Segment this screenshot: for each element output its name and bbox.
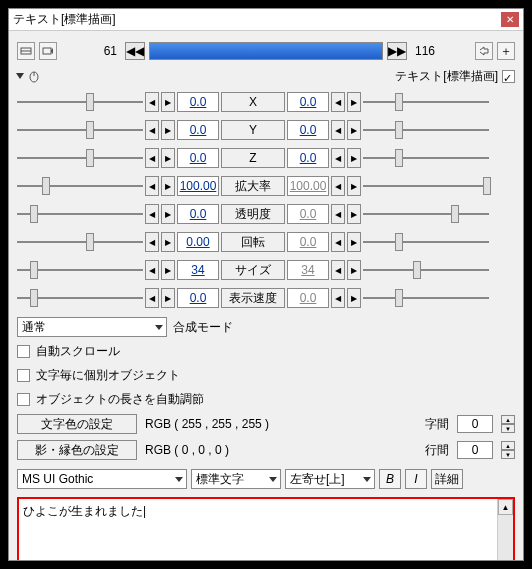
param-label-rot[interactable]: 回転: [221, 232, 285, 252]
slider-right-speed[interactable]: [363, 287, 489, 309]
dec-left-scale[interactable]: ◀: [145, 176, 159, 196]
inc-left-alpha[interactable]: ▶: [161, 204, 175, 224]
value-right-size[interactable]: 34: [287, 260, 329, 280]
dec-left-size[interactable]: ◀: [145, 260, 159, 280]
param-label-size[interactable]: サイズ: [221, 260, 285, 280]
text-color-button[interactable]: 文字色の設定: [17, 414, 137, 434]
slider-right-x[interactable]: [363, 91, 489, 113]
dec-right-alpha[interactable]: ◀: [331, 204, 345, 224]
timeline-slider[interactable]: [149, 42, 383, 60]
italic-button[interactable]: I: [405, 469, 427, 489]
perchar-checkbox[interactable]: [17, 369, 30, 382]
autolen-checkbox[interactable]: [17, 393, 30, 406]
inc-right-rot[interactable]: ▶: [347, 232, 361, 252]
slider-right-y[interactable]: [363, 119, 489, 141]
inc-left-y[interactable]: ▶: [161, 120, 175, 140]
value-right-y[interactable]: 0.0: [287, 120, 329, 140]
value-left-scale[interactable]: 100.00: [177, 176, 219, 196]
scrollbar[interactable]: ▲ ▼: [497, 499, 513, 560]
next-frame-icon[interactable]: ▶▶: [387, 42, 407, 60]
dec-right-y[interactable]: ◀: [331, 120, 345, 140]
dec-right-rot[interactable]: ◀: [331, 232, 345, 252]
value-left-alpha[interactable]: 0.0: [177, 204, 219, 224]
autoscroll-checkbox[interactable]: [17, 345, 30, 358]
value-right-alpha[interactable]: 0.0: [287, 204, 329, 224]
frame-end[interactable]: 116: [411, 44, 471, 58]
camera-icon[interactable]: [39, 42, 57, 60]
text-align-dropdown[interactable]: 左寄せ[上]: [285, 469, 375, 489]
slider-left-z[interactable]: [17, 147, 143, 169]
dec-right-size[interactable]: ◀: [331, 260, 345, 280]
slider-left-alpha[interactable]: [17, 203, 143, 225]
inc-right-alpha[interactable]: ▶: [347, 204, 361, 224]
font-weight-dropdown[interactable]: 標準文字: [191, 469, 281, 489]
value-right-x[interactable]: 0.0: [287, 92, 329, 112]
sync-icon[interactable]: [475, 42, 493, 60]
param-label-speed[interactable]: 表示速度: [221, 288, 285, 308]
value-right-scale[interactable]: 100.00: [287, 176, 329, 196]
bold-button[interactable]: B: [379, 469, 401, 489]
inc-right-x[interactable]: ▶: [347, 92, 361, 112]
value-left-z[interactable]: 0.0: [177, 148, 219, 168]
dec-left-y[interactable]: ◀: [145, 120, 159, 140]
spacing-spinner[interactable]: ▲▼: [501, 415, 515, 433]
slider-right-alpha[interactable]: [363, 203, 489, 225]
inc-left-z[interactable]: ▶: [161, 148, 175, 168]
slider-left-rot[interactable]: [17, 231, 143, 253]
slider-right-size[interactable]: [363, 259, 489, 281]
inc-right-z[interactable]: ▶: [347, 148, 361, 168]
detail-button[interactable]: 詳細: [431, 469, 463, 489]
slider-right-rot[interactable]: [363, 231, 489, 253]
blend-mode-dropdown[interactable]: 通常: [17, 317, 167, 337]
dec-left-rot[interactable]: ◀: [145, 232, 159, 252]
enable-checkbox[interactable]: [502, 70, 515, 83]
slider-right-z[interactable]: [363, 147, 489, 169]
inc-right-scale[interactable]: ▶: [347, 176, 361, 196]
add-icon[interactable]: ＋: [497, 42, 515, 60]
param-label-alpha[interactable]: 透明度: [221, 204, 285, 224]
inc-left-scale[interactable]: ▶: [161, 176, 175, 196]
inc-right-speed[interactable]: ▶: [347, 288, 361, 308]
slider-left-speed[interactable]: [17, 287, 143, 309]
spacing-field[interactable]: [457, 415, 493, 433]
slider-left-x[interactable]: [17, 91, 143, 113]
inc-right-size[interactable]: ▶: [347, 260, 361, 280]
value-left-x[interactable]: 0.0: [177, 92, 219, 112]
inc-left-x[interactable]: ▶: [161, 92, 175, 112]
param-label-y[interactable]: Y: [221, 120, 285, 140]
value-left-size[interactable]: 34: [177, 260, 219, 280]
dec-right-x[interactable]: ◀: [331, 92, 345, 112]
value-left-y[interactable]: 0.0: [177, 120, 219, 140]
dec-right-z[interactable]: ◀: [331, 148, 345, 168]
prev-frame-icon[interactable]: ◀◀: [125, 42, 145, 60]
frame-start[interactable]: 61: [61, 44, 121, 58]
value-right-rot[interactable]: 0.0: [287, 232, 329, 252]
inc-left-size[interactable]: ▶: [161, 260, 175, 280]
value-left-rot[interactable]: 0.00: [177, 232, 219, 252]
slider-left-size[interactable]: [17, 259, 143, 281]
param-label-scale[interactable]: 拡大率: [221, 176, 285, 196]
slider-left-scale[interactable]: [17, 175, 143, 197]
slider-right-scale[interactable]: [363, 175, 489, 197]
layer-icon[interactable]: [17, 42, 35, 60]
expand-icon[interactable]: [16, 73, 24, 79]
value-right-speed[interactable]: 0.0: [287, 288, 329, 308]
dec-right-speed[interactable]: ◀: [331, 288, 345, 308]
lineh-field[interactable]: [457, 441, 493, 459]
dec-left-speed[interactable]: ◀: [145, 288, 159, 308]
dec-left-alpha[interactable]: ◀: [145, 204, 159, 224]
param-label-x[interactable]: X: [221, 92, 285, 112]
param-label-z[interactable]: Z: [221, 148, 285, 168]
shadow-color-button[interactable]: 影・縁色の設定: [17, 440, 137, 460]
inc-left-speed[interactable]: ▶: [161, 288, 175, 308]
inc-left-rot[interactable]: ▶: [161, 232, 175, 252]
value-left-speed[interactable]: 0.0: [177, 288, 219, 308]
dec-left-x[interactable]: ◀: [145, 92, 159, 112]
close-icon[interactable]: ✕: [501, 12, 519, 27]
scroll-up-icon[interactable]: ▲: [498, 499, 513, 515]
text-input[interactable]: ひよこが生まれました: [19, 499, 497, 560]
value-right-z[interactable]: 0.0: [287, 148, 329, 168]
dec-right-scale[interactable]: ◀: [331, 176, 345, 196]
inc-right-y[interactable]: ▶: [347, 120, 361, 140]
dec-left-z[interactable]: ◀: [145, 148, 159, 168]
